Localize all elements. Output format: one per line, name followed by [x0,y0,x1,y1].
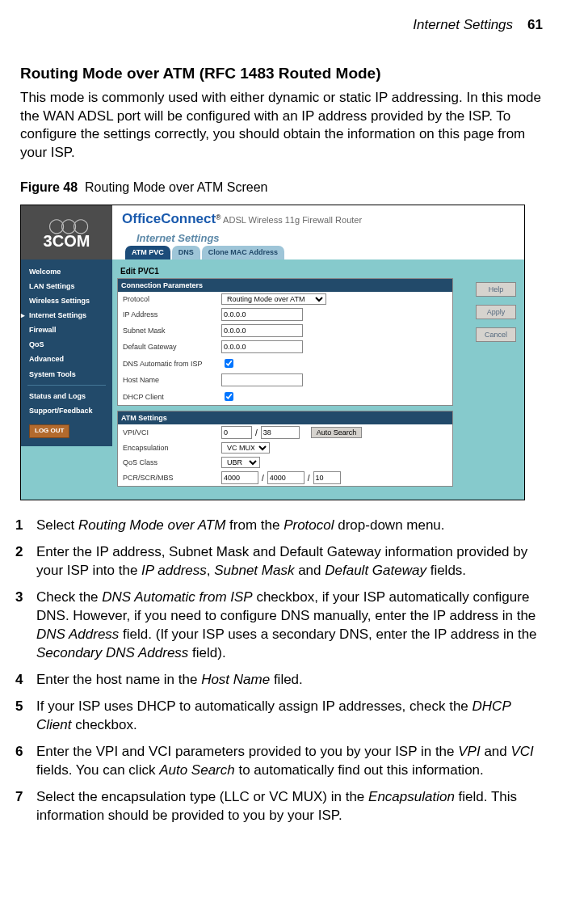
gateway-input[interactable] [221,340,303,353]
step-2: Enter the IP address, Subnet Mask and De… [20,543,543,580]
connection-panel-head: Connection Parameters [118,279,452,292]
sidebar-item-firewall[interactable]: Firewall [21,323,112,337]
logo-area: ◯◯◯ 3COM [21,205,112,259]
sidebar-item-internet[interactable]: Internet Settings [21,308,112,323]
scr-input[interactable] [267,471,304,484]
sidebar-item-support[interactable]: Support/Feedback [21,403,112,418]
hostname-label: Host Name [123,375,218,385]
ip-input[interactable] [221,308,303,321]
hostname-input[interactable] [221,373,303,386]
dhcp-checkbox[interactable] [225,392,233,401]
sidebar-item-status[interactable]: Status and Logs [21,389,112,403]
protocol-select[interactable]: Routing Mode over ATM [221,293,326,305]
page-header: Internet Settings 61 [20,16,543,35]
instruction-steps: Select Routing Mode over ATM from the Pr… [20,517,543,825]
apply-button[interactable]: Apply [476,305,516,319]
connection-panel: Connection Parameters Protocol Routing M… [117,278,453,406]
vpivci-label: VPI/VCI [123,428,218,437]
atm-panel: ATM Settings VPI/VCI / Auto Search Encap… [117,411,453,487]
brand-title: OfficeConnect [122,211,216,226]
encap-label: Encapsulation [123,443,218,453]
sidebar-item-qos[interactable]: QoS [21,337,112,352]
protocol-label: Protocol [123,294,218,304]
ip-label: IP Address [123,310,218,319]
encap-select[interactable]: VC MUX [221,442,270,454]
sidebar-item-wireless[interactable]: Wireless Settings [21,293,112,308]
figure-caption: Figure 48 Routing Mode over ATM Screen [20,179,543,196]
sidebar-divider [27,385,106,386]
subnet-label: Subnet Mask [123,326,218,335]
tab-atm-pvc[interactable]: ATM PVC [125,246,170,259]
qosclass-label: QoS Class [123,458,218,467]
mbs-input[interactable] [313,471,341,484]
screenshot-section-label: Internet Settings [136,231,514,246]
tabs-row: ATM PVC DNS Clone MAC Address [122,246,514,259]
tab-dns[interactable]: DNS [172,246,200,259]
header-page-number: 61 [527,16,543,35]
step-5: If your ISP uses DHCP to automatically a… [20,698,543,735]
edit-pvc-title: Edit PVC1 [117,264,453,279]
brand-area: OfficeConnect® ADSL Wireless 11g Firewal… [112,205,524,259]
main-form-area: Edit PVC1 Connection Parameters Protocol… [112,259,524,500]
sidebar: Welcome LAN Settings Wireless Settings I… [21,259,112,446]
step-4: Enter the host name in the Host Name fil… [20,671,543,690]
dnsauto-checkbox[interactable] [225,359,233,368]
gateway-label: Default Gateway [123,342,218,352]
dhcp-label: DHCP Client [123,392,218,402]
vci-input[interactable] [261,426,300,439]
dnsauto-label: DNS Automatic from ISP [123,359,218,369]
step-7: Select the encapsulation type (LLC or VC… [20,788,543,825]
figure-caption-text: Routing Mode over ATM Screen [85,180,267,194]
step-3: Check the DNS Automatic from ISP checkbo… [20,589,543,663]
cancel-button[interactable]: Cancel [476,327,516,342]
action-buttons: Help Apply Cancel [476,282,516,342]
section-title: Routing Mode over ATM (RFC 1483 Routed M… [20,63,543,84]
header-section: Internet Settings [413,16,513,35]
step-6: Enter the VPI and VCI parameters provide… [20,743,543,780]
logo-text: 3COM [44,230,90,252]
qosclass-select[interactable]: UBR [221,457,260,468]
sidebar-item-advanced[interactable]: Advanced [21,352,112,366]
screenshot-figure: ◯◯◯ 3COM OfficeConnect® ADSL Wireless 11… [20,205,525,500]
sidebar-item-system[interactable]: System Tools [21,367,112,382]
sidebar-item-lan[interactable]: LAN Settings [21,279,112,293]
subnet-input[interactable] [221,324,303,337]
pcr-label: PCR/SCR/MBS [123,473,218,483]
auto-search-button[interactable]: Auto Search [311,427,363,438]
atm-panel-head: ATM Settings [118,411,452,424]
brand-subtitle: ADSL Wireless 11g Firewall Router [223,215,362,225]
vpi-input[interactable] [221,426,252,439]
pcr-input[interactable] [221,471,258,484]
tab-clone-mac[interactable]: Clone MAC Address [202,246,284,259]
intro-paragraph: This mode is commonly used with either d… [20,89,543,163]
logout-button[interactable]: LOG OUT [29,424,69,438]
help-button[interactable]: Help [476,282,516,297]
step-1: Select Routing Mode over ATM from the Pr… [20,517,543,535]
figure-label: Figure 48 [20,180,78,194]
sidebar-item-welcome[interactable]: Welcome [21,264,112,279]
